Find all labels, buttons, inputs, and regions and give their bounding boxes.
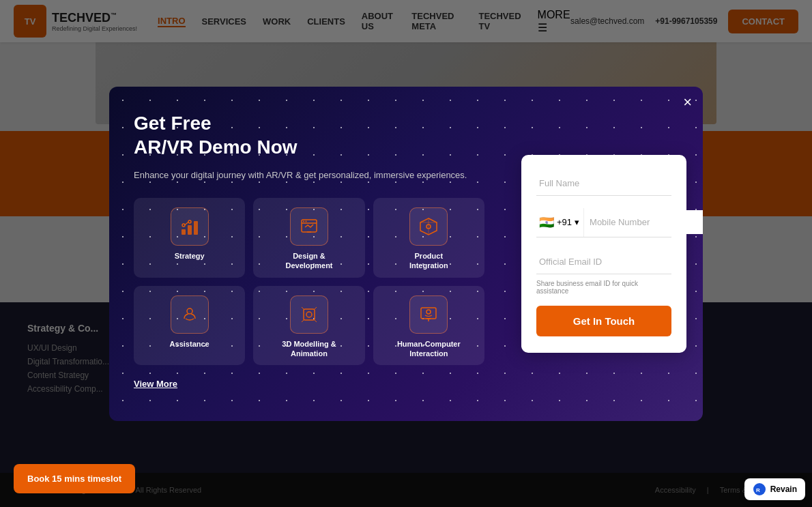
strategy-icon: [171, 207, 209, 246]
feature-product: ProductIntegration: [373, 198, 484, 278]
feature-strategy: Strategy: [134, 198, 245, 278]
svg-point-13: [306, 312, 312, 317]
feature-label: Human-ComputerInteraction: [397, 339, 461, 359]
modal-right-panel: 🇮🇳 +91 ▾ Share business email ID for qui…: [505, 87, 703, 421]
country-code-text: +91: [557, 217, 572, 227]
feature-assistance: Assistance: [134, 286, 245, 366]
revain-label: Revain: [770, 484, 797, 494]
feature-label: 3D Modelling &Animation: [282, 339, 336, 359]
hci-icon: [409, 295, 448, 334]
design-icon: [290, 207, 328, 246]
svg-point-4: [188, 220, 191, 223]
timeslot-button[interactable]: Book 15 mins timeslot: [14, 464, 135, 493]
revain-badge: R Revain: [744, 478, 805, 500]
email-input[interactable]: [536, 250, 671, 274]
svg-point-11: [187, 308, 192, 314]
product-icon: [409, 207, 448, 246]
phone-row: 🇮🇳 +91 ▾: [536, 208, 671, 237]
chevron-down-icon: ▾: [575, 217, 579, 227]
modal-close-button[interactable]: ×: [683, 95, 692, 110]
form-card: 🇮🇳 +91 ▾ Share business email ID for qui…: [521, 155, 686, 353]
feature-label: Design &Development: [285, 251, 332, 271]
feature-design: Design &Development: [253, 198, 364, 278]
feature-label: Strategy: [175, 251, 205, 261]
country-code-select[interactable]: 🇮🇳 +91 ▾: [536, 208, 584, 237]
form-hint: Share business email ID for quick assist…: [536, 280, 671, 295]
modal: × Get Free AR/VR Demo Now Enhance your d…: [109, 87, 703, 421]
feature-3d: 3D Modelling &Animation: [253, 286, 364, 366]
full-name-input[interactable]: [536, 171, 671, 196]
svg-point-7: [303, 221, 304, 222]
svg-rect-2: [194, 221, 198, 235]
svg-rect-0: [182, 229, 186, 235]
assistance-icon: [171, 295, 209, 334]
view-more-link[interactable]: View More: [134, 379, 177, 389]
svg-point-17: [426, 310, 431, 314]
flag-icon: 🇮🇳: [539, 215, 554, 230]
feature-label: Assistance: [170, 339, 209, 349]
svg-point-8: [305, 221, 306, 222]
feature-grid: Strategy Design &Development: [134, 198, 484, 365]
svg-point-3: [182, 224, 185, 227]
mobile-input[interactable]: [584, 210, 703, 234]
3d-icon: [290, 295, 328, 334]
feature-label: ProductIntegration: [409, 251, 448, 271]
revain-logo-icon: R: [753, 482, 766, 496]
modal-subtitle: Enhance your digital journey with AR/VR …: [134, 169, 484, 182]
svg-rect-1: [188, 225, 192, 235]
modal-overlay: × Get Free AR/VR Demo Now Enhance your d…: [0, 0, 812, 507]
svg-text:R: R: [756, 487, 760, 493]
svg-rect-12: [304, 309, 315, 320]
modal-left-panel: Get Free AR/VR Demo Now Enhance your dig…: [109, 87, 505, 421]
modal-title: Get Free AR/VR Demo Now: [134, 111, 484, 159]
submit-button[interactable]: Get In Touch: [536, 306, 671, 336]
feature-hci: Human-ComputerInteraction: [373, 286, 484, 366]
